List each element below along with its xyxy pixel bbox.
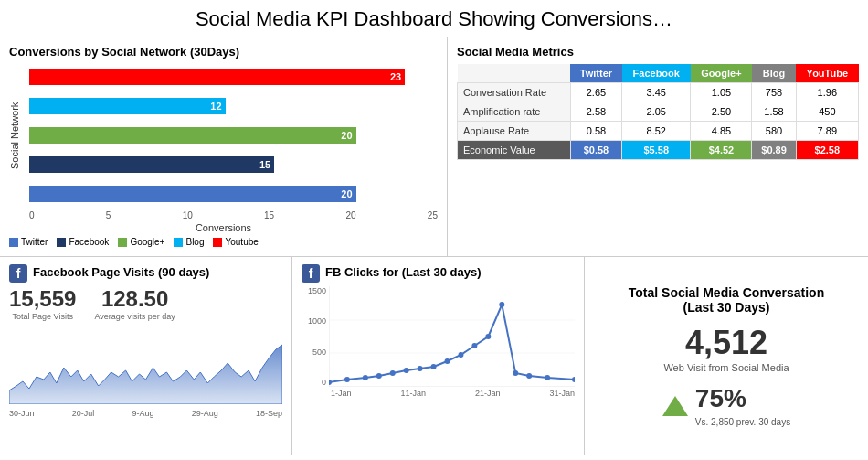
legend-label: Youtube	[225, 237, 258, 247]
page-title: Social Media KPI Dashboard Showing Conve…	[0, 0, 868, 37]
svg-point-20	[572, 377, 575, 382]
bar-chart: 2312201520	[26, 62, 438, 209]
percent-number: 75%	[695, 384, 790, 413]
row-label: Economic Value	[458, 141, 571, 160]
svg-point-8	[390, 370, 396, 376]
metric-value: 4.85	[691, 122, 752, 141]
fb-line-chart	[329, 286, 575, 387]
legend-item: Youtube	[213, 237, 258, 247]
bar-youtube: 23	[29, 69, 405, 85]
bar-google+: 20	[29, 127, 356, 144]
metric-value: 0.58	[570, 122, 621, 141]
social-conversation-panel: Total Social Media Conversation (Last 30…	[585, 257, 868, 455]
clicks-x-labels: 1-Jan 11-Jan 21-Jan 31-Jan	[302, 389, 575, 398]
bar-row: 20	[29, 184, 438, 204]
total-visits-label: Total Page Visits	[9, 312, 76, 321]
col-header-twitter: Twitter	[570, 64, 621, 83]
fb-x-labels: 30-Jun 20-Jul 9-Aug 29-Aug 18-Sep	[9, 409, 282, 418]
bar-row: 20	[29, 125, 438, 145]
fb-clicks-chart-container: 1500 1000 500 0	[302, 286, 575, 387]
svg-point-5	[344, 377, 350, 382]
bar-facebook: 15	[29, 156, 274, 173]
metrics-row: Conversation Rate2.653.451.057581.96	[458, 83, 859, 102]
metric-value: 1.96	[796, 83, 858, 102]
svg-point-18	[526, 373, 532, 379]
legend-label: Blog	[185, 237, 204, 247]
conversions-chart-area: Social Network 2312201520	[9, 62, 438, 209]
svg-point-16	[499, 302, 504, 307]
svg-point-11	[431, 364, 437, 369]
clicks-y-axis: 1500 1000 500 0	[302, 286, 329, 387]
legend-color-box	[174, 238, 183, 247]
legend-item: Blog	[174, 237, 204, 247]
avg-visits-block: 128.50 Average visits per day	[94, 286, 175, 321]
fb-visits-header: f Facebook Page Visits (90 days)	[9, 264, 282, 283]
svg-point-13	[458, 352, 463, 358]
fb-clicks-title: FB Clicks for (Last 30 days)	[325, 265, 482, 279]
legend-label: Google+	[130, 237, 164, 247]
metric-value: $2.58	[796, 141, 858, 160]
vs-label: Vs. 2,850 prev. 30 days	[695, 417, 790, 427]
metric-value: $0.58	[570, 141, 621, 160]
legend-color-box	[57, 238, 66, 247]
bar-twitter: 20	[29, 186, 356, 202]
page-container: Social Media KPI Dashboard Showing Conve…	[0, 0, 868, 455]
col-header-facebook: Facebook	[622, 64, 691, 83]
svg-point-19	[545, 375, 550, 380]
fb-clicks-icon: f	[302, 264, 320, 283]
svg-point-4	[329, 380, 332, 385]
metric-value: 7.89	[796, 122, 858, 141]
conversation-big-label: Web Visit from Social Media	[663, 362, 789, 373]
svg-point-12	[445, 358, 450, 364]
metric-value: 2.58	[570, 102, 621, 122]
avg-visits-label: Average visits per day	[94, 312, 175, 321]
fb-stats-row: 15,559 Total Page Visits 128.50 Average …	[9, 286, 282, 321]
fb-clicks-header: f FB Clicks for (Last 30 days)	[302, 264, 575, 283]
metric-value: 580	[752, 122, 796, 141]
x-axis-label: Conversions	[9, 222, 438, 233]
percent-row: 75% Vs. 2,850 prev. 30 days	[662, 384, 790, 427]
metrics-row: Applause Rate0.588.524.855807.89	[458, 122, 859, 141]
metric-value: 450	[796, 102, 858, 122]
legend-item: Twitter	[9, 237, 48, 247]
metrics-row: Amplification rate2.582.052.501.58450	[458, 102, 859, 122]
row-label: Amplification rate	[458, 102, 571, 122]
conversions-panel: Conversions by Social Network (30Days) S…	[0, 37, 448, 256]
avg-visits-number: 128.50	[94, 286, 175, 312]
legend-item: Facebook	[57, 237, 109, 247]
metrics-table: TwitterFacebookGoogle+BlogYouTubeConvers…	[457, 64, 859, 160]
metric-value: 2.65	[570, 83, 621, 102]
svg-point-10	[418, 366, 423, 371]
metric-value: 3.45	[622, 83, 691, 102]
conversation-title: Total Social Media Conversation (Last 30…	[629, 285, 824, 315]
bar-row: 12	[29, 96, 438, 116]
x-axis: 0 5 10 15 20 25	[9, 210, 438, 220]
col-header-youtube: YouTube	[796, 64, 858, 83]
metric-value: 2.05	[622, 102, 691, 122]
metric-value: 8.52	[622, 122, 691, 141]
metric-value: $5.58	[622, 141, 691, 160]
legend-item: Google+	[118, 237, 164, 247]
fb-visits-panel: f Facebook Page Visits (90 days) 15,559 …	[0, 257, 292, 455]
legend-label: Facebook	[69, 237, 109, 247]
legend-color-box	[9, 238, 18, 247]
metric-value: $0.89	[752, 141, 796, 160]
svg-point-6	[363, 375, 368, 380]
metrics-title: Social Media Metrics	[457, 45, 859, 59]
svg-point-15	[485, 334, 491, 339]
metric-value: $4.52	[691, 141, 752, 160]
row-label: Applause Rate	[458, 122, 571, 141]
fb-clicks-panel: f FB Clicks for (Last 30 days) 1500 1000…	[292, 257, 585, 455]
fb-area-chart	[9, 326, 282, 404]
col-header-googleplus: Google+	[691, 64, 752, 83]
legend: TwitterFacebookGoogle+BlogYoutube	[9, 237, 438, 247]
conversation-big-number: 4,512	[685, 324, 767, 362]
top-row: Conversions by Social Network (30Days) S…	[0, 37, 868, 257]
svg-point-9	[404, 368, 409, 373]
metric-value: 2.50	[691, 102, 752, 122]
svg-point-7	[376, 373, 382, 379]
conversions-title: Conversions by Social Network (30Days)	[9, 45, 438, 59]
main-content: Conversions by Social Network (30Days) S…	[0, 37, 868, 455]
metrics-panel: Social Media Metrics TwitterFacebookGoog…	[448, 37, 868, 256]
legend-label: Twitter	[21, 237, 48, 247]
